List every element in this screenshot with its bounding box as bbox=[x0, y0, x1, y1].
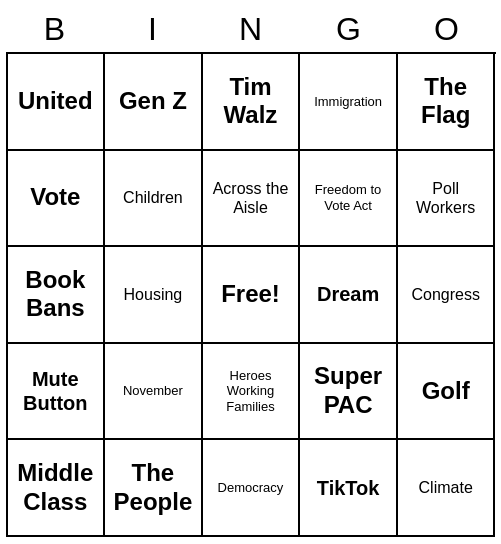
bingo-cell-r2-c0[interactable]: Book Bans bbox=[8, 247, 106, 344]
bingo-cell-r1-c0[interactable]: Vote bbox=[8, 151, 106, 248]
bingo-cell-text-r2-c3: Dream bbox=[317, 282, 379, 306]
bingo-cell-r2-c4[interactable]: Congress bbox=[398, 247, 496, 344]
bingo-cell-text-r2-c2: Free! bbox=[221, 280, 280, 309]
header-letter-n: N bbox=[202, 7, 300, 52]
bingo-cell-r1-c3[interactable]: Freedom to Vote Act bbox=[300, 151, 398, 248]
bingo-cell-r3-c2[interactable]: Heroes Working Families bbox=[203, 344, 301, 441]
bingo-grid: UnitedGen ZTim WalzImmigrationThe FlagVo… bbox=[6, 52, 496, 537]
bingo-header: BINGO bbox=[6, 7, 496, 52]
bingo-cell-text-r0-c2: Tim Walz bbox=[207, 73, 295, 131]
bingo-cell-text-r3-c2: Heroes Working Families bbox=[207, 368, 295, 415]
bingo-cell-text-r3-c3: Super PAC bbox=[304, 362, 392, 420]
bingo-cell-text-r3-c0: Mute Button bbox=[12, 367, 100, 415]
bingo-cell-r1-c4[interactable]: Poll Workers bbox=[398, 151, 496, 248]
bingo-cell-text-r0-c3: Immigration bbox=[314, 94, 382, 110]
bingo-cell-text-r0-c1: Gen Z bbox=[119, 87, 187, 116]
bingo-cell-r4-c3[interactable]: TikTok bbox=[300, 440, 398, 537]
bingo-cell-text-r2-c0: Book Bans bbox=[12, 266, 100, 324]
bingo-cell-r2-c1[interactable]: Housing bbox=[105, 247, 203, 344]
bingo-cell-r4-c1[interactable]: The People bbox=[105, 440, 203, 537]
bingo-cell-text-r2-c1: Housing bbox=[124, 285, 183, 304]
bingo-cell-r3-c4[interactable]: Golf bbox=[398, 344, 496, 441]
bingo-cell-r4-c2[interactable]: Democracy bbox=[203, 440, 301, 537]
bingo-cell-r4-c4[interactable]: Climate bbox=[398, 440, 496, 537]
bingo-cell-r0-c2[interactable]: Tim Walz bbox=[203, 54, 301, 151]
bingo-cell-r3-c0[interactable]: Mute Button bbox=[8, 344, 106, 441]
bingo-cell-text-r0-c0: United bbox=[18, 87, 93, 116]
bingo-cell-text-r3-c4: Golf bbox=[422, 377, 470, 406]
bingo-cell-r1-c2[interactable]: Across the Aisle bbox=[203, 151, 301, 248]
bingo-card: BINGO UnitedGen ZTim WalzImmigrationThe … bbox=[6, 7, 496, 537]
bingo-cell-r0-c1[interactable]: Gen Z bbox=[105, 54, 203, 151]
bingo-cell-text-r4-c0: Middle Class bbox=[12, 459, 100, 517]
header-letter-g: G bbox=[300, 7, 398, 52]
bingo-cell-r1-c1[interactable]: Children bbox=[105, 151, 203, 248]
header-letter-i: I bbox=[104, 7, 202, 52]
bingo-cell-text-r4-c4: Climate bbox=[419, 478, 473, 497]
bingo-cell-text-r4-c2: Democracy bbox=[218, 480, 284, 496]
bingo-cell-r3-c3[interactable]: Super PAC bbox=[300, 344, 398, 441]
bingo-cell-r4-c0[interactable]: Middle Class bbox=[8, 440, 106, 537]
bingo-cell-r0-c4[interactable]: The Flag bbox=[398, 54, 496, 151]
bingo-cell-r0-c3[interactable]: Immigration bbox=[300, 54, 398, 151]
bingo-cell-r3-c1[interactable]: November bbox=[105, 344, 203, 441]
bingo-cell-r0-c0[interactable]: United bbox=[8, 54, 106, 151]
bingo-cell-r2-c3[interactable]: Dream bbox=[300, 247, 398, 344]
bingo-cell-text-r0-c4: The Flag bbox=[402, 73, 490, 131]
bingo-cell-text-r1-c4: Poll Workers bbox=[402, 179, 490, 217]
bingo-cell-text-r1-c3: Freedom to Vote Act bbox=[304, 182, 392, 213]
bingo-cell-text-r4-c3: TikTok bbox=[317, 476, 380, 500]
header-letter-b: B bbox=[6, 7, 104, 52]
bingo-cell-text-r3-c1: November bbox=[123, 383, 183, 399]
bingo-cell-text-r2-c4: Congress bbox=[411, 285, 479, 304]
bingo-cell-text-r1-c1: Children bbox=[123, 188, 183, 207]
bingo-cell-text-r1-c2: Across the Aisle bbox=[207, 179, 295, 217]
bingo-cell-r2-c2[interactable]: Free! bbox=[203, 247, 301, 344]
bingo-cell-text-r4-c1: The People bbox=[109, 459, 197, 517]
bingo-cell-text-r1-c0: Vote bbox=[30, 183, 80, 212]
header-letter-o: O bbox=[398, 7, 496, 52]
